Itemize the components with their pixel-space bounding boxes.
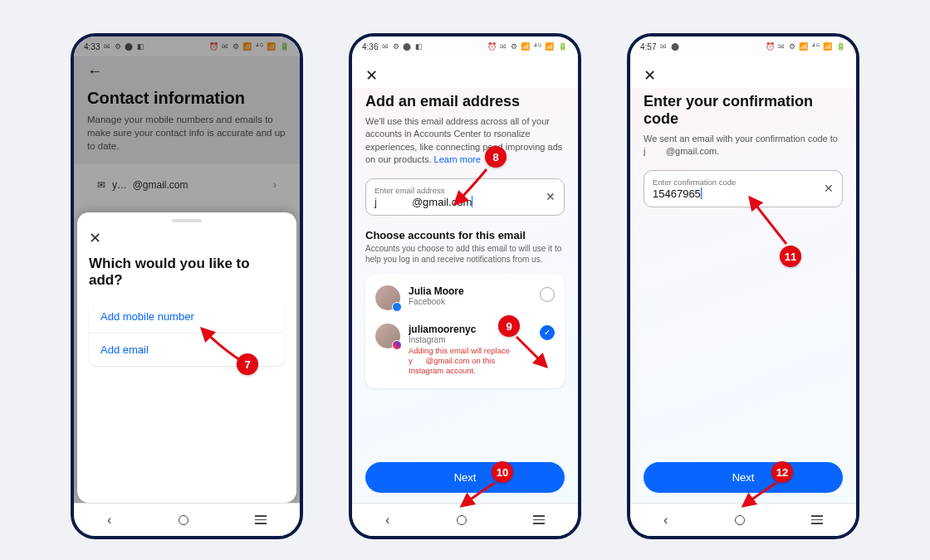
page-title: Add an email address <box>365 93 565 110</box>
confirmation-code-input[interactable]: Enter confirmation code 15467965 ✕ <box>644 170 843 207</box>
annotation-marker-12: 12 <box>771 461 793 483</box>
nav-recent-icon[interactable] <box>255 515 267 524</box>
account-name: Julia Moore <box>409 285 531 297</box>
annotation-arrow-9 <box>515 335 551 375</box>
annotation-marker-8: 8 <box>485 146 507 168</box>
nav-back-icon[interactable]: ‹ <box>663 513 668 528</box>
close-icon[interactable]: ✕ <box>644 66 656 85</box>
page-description: We sent an email with your confirmation … <box>644 133 843 158</box>
nav-back-icon[interactable]: ‹ <box>107 513 111 528</box>
account-platform: Facebook <box>409 297 531 306</box>
annotation-marker-10: 10 <box>492 461 513 483</box>
page-content: Add an email address We'll use this emai… <box>352 88 578 503</box>
sheet-title: Which would you like to add? <box>89 256 285 289</box>
avatar <box>375 285 400 310</box>
facebook-badge-icon <box>392 302 402 312</box>
annotation-arrow-10 <box>458 481 500 514</box>
account-row-facebook[interactable]: Julia Moore Facebook <box>365 279 565 317</box>
choose-accounts-title: Choose accounts for this email <box>365 229 565 241</box>
annotation-marker-7: 7 <box>237 353 258 375</box>
status-bar: 4:57✉ ⬤ ⏰ ✉ ⚙ 📶 ⁴ᴳ 📶 🔋 <box>630 37 856 56</box>
clear-input-icon[interactable]: ✕ <box>546 190 556 203</box>
annotation-arrow-8 <box>450 168 492 212</box>
status-icons-left: ✉ ⬤ <box>660 42 680 51</box>
status-time: 4:57 <box>640 42 656 51</box>
phone-screenshot-3: 4:57✉ ⬤ ⏰ ✉ ⚙ 📶 ⁴ᴳ 📶 🔋 ✕ Enter your conf… <box>627 33 859 539</box>
nav-recent-icon[interactable] <box>533 515 545 524</box>
phone-screenshot-2: 4:36✉ ⚙ ⬤ ◧ ⏰ ✉ ⚙ 📶 ⁴ᴳ 📶 🔋 ✕ Add an emai… <box>349 33 581 539</box>
close-icon[interactable]: ✕ <box>89 230 101 246</box>
choose-accounts-subtitle: Accounts you choose to add this email to… <box>365 243 565 265</box>
input-label: Enter confirmation code <box>653 178 812 187</box>
instagram-badge-icon <box>392 340 402 350</box>
nav-home-icon[interactable] <box>735 515 745 525</box>
annotation-marker-9: 9 <box>498 315 520 337</box>
add-mobile-option[interactable]: Add mobile number <box>89 300 285 334</box>
status-icons-right: ⏰ ✉ ⚙ 📶 ⁴ᴳ 📶 🔋 <box>766 42 846 51</box>
page-title: Enter your confirmation code <box>644 93 843 128</box>
nav-back-icon[interactable]: ‹ <box>385 513 389 528</box>
sheet-grabber[interactable] <box>172 219 202 222</box>
page-description: We'll use this email address across all … <box>365 115 565 167</box>
status-icons-left: ✉ ⚙ ⬤ ◧ <box>382 42 423 51</box>
account-warning: Adding this email will replace y @gmail.… <box>409 346 531 377</box>
nav-home-icon[interactable] <box>179 515 188 525</box>
page-content: Enter your confirmation code We sent an … <box>630 88 856 503</box>
android-navbar: ‹ <box>74 503 300 536</box>
status-time: 4:36 <box>362 42 378 51</box>
status-bar: 4:36✉ ⚙ ⬤ ◧ ⏰ ✉ ⚙ 📶 ⁴ᴳ 📶 🔋 <box>352 37 578 56</box>
annotation-arrow-12 <box>740 481 781 514</box>
learn-more-link[interactable]: Learn more <box>434 154 481 164</box>
phone-screenshot-1: 4:33✉ ⚙ ⬤ ◧ ⏰ ✉ ⚙ 📶 ⁴ᴳ 📶 🔋 ← Contact inf… <box>71 33 303 539</box>
close-icon[interactable]: ✕ <box>365 66 378 85</box>
nav-home-icon[interactable] <box>457 515 467 525</box>
avatar <box>375 324 400 348</box>
annotation-arrow-11 <box>746 194 791 252</box>
account-platform: Instagram <box>409 335 531 344</box>
nav-recent-icon[interactable] <box>811 515 823 524</box>
clear-input-icon[interactable]: ✕ <box>824 182 834 195</box>
status-icons-right: ⏰ ✉ ⚙ 📶 ⁴ᴳ 📶 🔋 <box>487 42 568 51</box>
bottom-sheet: ✕ Which would you like to add? Add mobil… <box>77 212 296 503</box>
annotation-marker-11: 11 <box>780 246 801 267</box>
account-radio[interactable] <box>540 287 555 302</box>
option-card: Add mobile number Add email <box>89 300 285 366</box>
